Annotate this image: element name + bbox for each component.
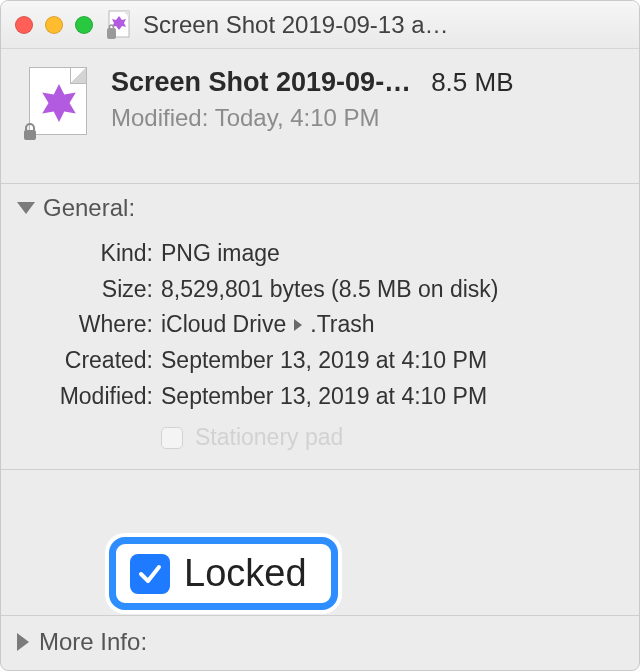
- kind-label: Kind:: [1, 236, 161, 272]
- modified-value: Today, 4:10 PM: [215, 104, 380, 131]
- file-size: 8.5 MB: [431, 67, 513, 98]
- stationery-pad-checkbox[interactable]: [161, 427, 183, 449]
- section-more-info-title: More Info:: [39, 628, 147, 656]
- svg-rect-6: [24, 130, 36, 140]
- row-modified: Modified: September 13, 2019 at 4:10 PM: [1, 379, 619, 415]
- row-kind: Kind: PNG image: [1, 236, 619, 272]
- section-general-title: General:: [43, 194, 135, 222]
- close-window-button[interactable]: [15, 16, 33, 34]
- where-part1: iCloud Drive: [161, 311, 286, 337]
- row-where: Where: iCloud Drive.Trash: [1, 307, 619, 343]
- disclosure-triangle-open-icon: [17, 202, 35, 214]
- svg-marker-5: [42, 84, 76, 122]
- row-size: Size: 8,529,801 bytes (8.5 MB on disk): [1, 272, 619, 308]
- created-value: September 13, 2019 at 4:10 PM: [161, 343, 619, 379]
- title-file-icon: [107, 10, 133, 40]
- where-value: iCloud Drive.Trash: [161, 307, 619, 343]
- file-modified-summary: Modified: Today, 4:10 PM: [111, 104, 619, 132]
- file-header: Screen Shot 2019-09-… 8.5 MB Modified: T…: [1, 49, 639, 184]
- size-value: 8,529,801 bytes (8.5 MB on disk): [161, 272, 619, 308]
- path-separator-icon: [286, 311, 310, 337]
- stationery-pad-row: Stationery pad: [161, 424, 619, 451]
- modified-label: Modified:: [111, 104, 208, 131]
- disclosure-triangle-closed-icon: [17, 633, 29, 651]
- window-title: Screen Shot 2019-09-13 a…: [143, 11, 625, 39]
- checkmark-icon: [137, 561, 163, 587]
- file-name: Screen Shot 2019-09-…: [111, 67, 411, 98]
- section-more-info-header[interactable]: More Info:: [1, 616, 639, 670]
- titlebar: Screen Shot 2019-09-13 a…: [1, 1, 639, 49]
- modified-label-row: Modified:: [1, 379, 161, 415]
- stationery-pad-label: Stationery pad: [195, 424, 343, 451]
- locked-checkbox[interactable]: [130, 554, 170, 594]
- kind-value: PNG image: [161, 236, 619, 272]
- locked-highlight: Locked: [109, 537, 338, 610]
- section-general: General: Kind: PNG image Size: 8,529,801…: [1, 184, 639, 470]
- zoom-window-button[interactable]: [75, 16, 93, 34]
- get-info-window: Screen Shot 2019-09-13 a… Screen Shot 20…: [0, 0, 640, 671]
- where-label: Where:: [1, 307, 161, 343]
- row-created: Created: September 13, 2019 at 4:10 PM: [1, 343, 619, 379]
- section-more-info: More Info:: [1, 615, 639, 670]
- created-label: Created:: [1, 343, 161, 379]
- where-part2: .Trash: [310, 311, 374, 337]
- modified-value-row: September 13, 2019 at 4:10 PM: [161, 379, 619, 415]
- minimize-window-button[interactable]: [45, 16, 63, 34]
- lock-icon: [21, 123, 39, 141]
- size-label: Size:: [1, 272, 161, 308]
- window-controls: [15, 16, 93, 34]
- locked-label: Locked: [184, 552, 307, 595]
- file-icon: [23, 67, 93, 137]
- section-general-header[interactable]: General:: [1, 184, 639, 230]
- general-fields: Kind: PNG image Size: 8,529,801 bytes (8…: [1, 230, 639, 469]
- file-header-texts: Screen Shot 2019-09-… 8.5 MB Modified: T…: [111, 67, 619, 132]
